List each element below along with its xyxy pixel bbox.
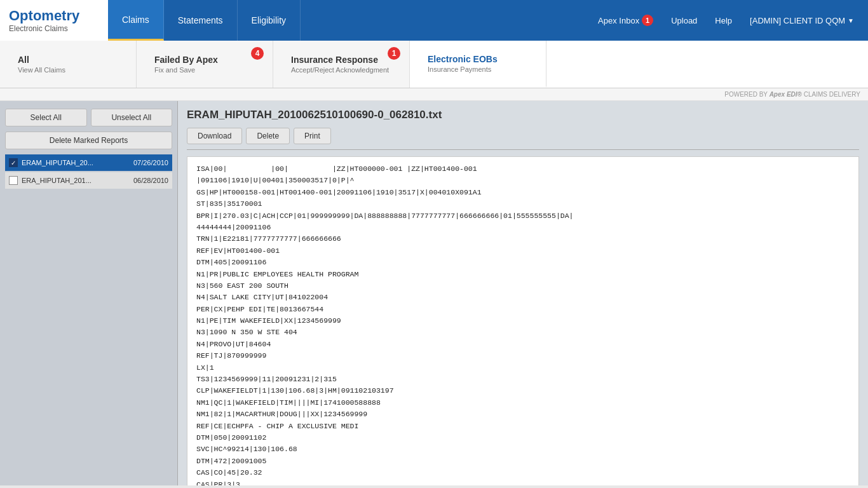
delete-marked-button[interactable]: Delete Marked Reports [5,132,172,149]
failed-badge: 4 [251,47,264,60]
file-name-1: ERA_HIPUTAH_201... [22,177,130,184]
claim-tab-failed-title: Failed By Apex [154,55,255,65]
claim-tab-eobs-subtitle: Insurance Payments [428,65,528,73]
app-logo-title: Optometry [9,8,99,24]
sidebar-top-buttons: Select All Unselect All [5,109,172,126]
top-navigation: Optometry Electronic Claims Claims State… [0,0,868,41]
select-all-button[interactable]: Select All [5,109,87,126]
content-panel: ERAM_HIPUTAH_2010062510100690-0_062810.t… [178,101,868,485]
insurance-badge: 1 [388,47,400,60]
claim-tab-all-title: All [18,55,118,65]
claim-tab-insurance-response[interactable]: Insurance Response Accept/Reject Acknowl… [273,41,410,88]
nav-help[interactable]: Help [707,0,740,41]
delete-button[interactable]: Delete [246,128,290,144]
claim-tab-all[interactable]: All View All Claims [0,41,137,88]
file-checkbox-0[interactable] [9,158,18,167]
nav-upload[interactable]: Upload [663,0,705,41]
claim-tab-insurance-subtitle: Accept/Reject Acknowledgment [291,66,391,74]
file-date-1: 06/28/2010 [133,177,168,184]
logo-area: Optometry Electronic Claims [0,0,108,41]
file-item-1[interactable]: ERA_HIPUTAH_201... 06/28/2010 [5,172,172,189]
claim-tab-failed-subtitle: Fix and Save [154,66,255,74]
action-buttons: Download Delete Print [187,128,859,150]
nav-tab-eligibility[interactable]: Eligibility [238,0,301,41]
print-button[interactable]: Print [294,128,331,144]
nav-apex-inbox[interactable]: Apex Inbox 1 [590,0,661,41]
nav-tabs: Claims Statements Eligibility [108,0,301,41]
unselect-all-button[interactable]: Unselect All [91,109,173,126]
claim-tab-spacer [546,41,868,88]
file-checkbox-1[interactable] [9,176,18,185]
claim-tab-electronic-eobs[interactable]: Electronic EOBs Insurance Payments [410,41,546,88]
claim-tab-eobs-title: Electronic EOBs [428,54,528,64]
file-title: ERAM_HIPUTAH_2010062510100690-0_062810.t… [187,109,859,121]
download-button[interactable]: Download [187,128,242,144]
nav-admin[interactable]: [ADMIN] CLIENT ID QQM ▼ [742,0,862,41]
file-item-0[interactable]: ERAM_HIPUTAH_20... 07/26/2010 [5,154,172,171]
nav-tab-claims[interactable]: Claims [108,0,164,41]
file-name-0: ERAM_HIPUTAH_20... [22,159,130,166]
claim-tabs: All View All Claims Failed By Apex Fix a… [0,41,868,88]
claim-tab-insurance-title: Insurance Response [291,55,391,65]
nav-tab-statements[interactable]: Statements [164,0,238,41]
main-content: Select All Unselect All Delete Marked Re… [0,101,868,485]
nav-right: Apex Inbox 1 Upload Help [ADMIN] CLIENT … [590,0,868,41]
chevron-down-icon: ▼ [848,17,854,24]
app-logo-subtitle: Electronic Claims [9,24,99,33]
file-date-0: 07/26/2010 [133,159,168,166]
sidebar: Select All Unselect All Delete Marked Re… [0,101,178,485]
apex-inbox-badge: 1 [642,15,653,26]
file-content: ISA|00| |00| |ZZ|HT000000-001 |ZZ|HT0014… [187,156,859,485]
powered-by: POWERED BY Apex EDI® CLAIMS DELIVERY [0,88,868,101]
claim-tab-all-subtitle: View All Claims [18,66,118,74]
claim-tab-failed-by-apex[interactable]: Failed By Apex Fix and Save 4 [137,41,273,88]
file-list: ERAM_HIPUTAH_20... 07/26/2010 ERA_HIPUTA… [5,154,172,189]
